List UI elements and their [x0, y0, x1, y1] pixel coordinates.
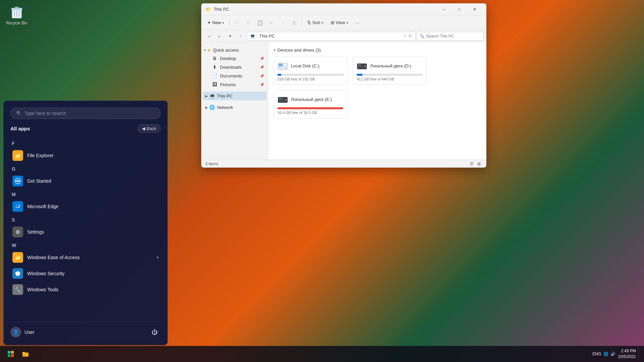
svg-rect-25: [8, 351, 10, 354]
app-file-explorer[interactable]: 📁 File Explorer: [10, 147, 161, 164]
rename-button[interactable]: ✏: [266, 17, 277, 28]
quick-access-section: ▾ ★ Quick access 🖥 Desktop 📌 ⬇ Downloads…: [201, 45, 268, 90]
delete-button[interactable]: 🗑: [289, 17, 300, 28]
start-bottom-bar: 👤 User ⏻: [10, 322, 161, 338]
system-tray: ENG 🌐 🔊: [593, 352, 615, 356]
sidebar: ▾ ★ Quick access 🖥 Desktop 📌 ⬇ Downloads…: [201, 42, 268, 160]
sidebar-item-documents[interactable]: 📄 Documents 📌: [203, 71, 267, 80]
close-button[interactable]: ✕: [467, 3, 482, 15]
section-s: S: [10, 215, 161, 224]
start-menu: 🔍 All apps ◀ Back F 📁 File Explorer G: [3, 101, 168, 345]
taskbar-time: 2:49 PM 10/5/2021: [618, 348, 636, 360]
new-chevron-icon: ▾: [222, 21, 224, 24]
section-f: F: [10, 138, 161, 147]
recent-button[interactable]: ▾: [225, 32, 235, 41]
app-settings[interactable]: ⚙ Settings: [10, 224, 161, 240]
documents-sidebar-icon: 📄: [212, 73, 217, 78]
all-apps-title: All apps: [10, 126, 30, 131]
sidebar-item-downloads[interactable]: ⬇ Downloads 📌: [203, 63, 267, 71]
drive-e-bar-fill: [277, 107, 343, 109]
edge-app-icon: [12, 201, 23, 212]
search-input[interactable]: [426, 34, 481, 39]
sort-button[interactable]: ⇅ Sort ▾: [304, 18, 327, 27]
all-apps-header: All apps ◀ Back: [10, 124, 161, 133]
back-button[interactable]: ◀: [204, 32, 213, 41]
search-glass-icon: 🔍: [420, 34, 425, 39]
volume-tray-icon: 🔊: [610, 352, 615, 356]
svg-point-13: [365, 66, 366, 67]
svg-rect-26: [11, 351, 14, 354]
list-view-button[interactable]: ☰: [468, 161, 475, 167]
grid-view-button[interactable]: ⊞: [476, 161, 482, 167]
svg-rect-20: [279, 100, 285, 100]
paste-button[interactable]: 📋: [255, 17, 265, 28]
file-explorer-app-icon: 📁: [12, 150, 23, 161]
maximize-button[interactable]: □: [451, 3, 467, 15]
drive-d[interactable]: Локальный диск (D:) 411 GB free of 449 G…: [353, 57, 427, 85]
window-controls: ─ □ ✕: [436, 3, 482, 15]
quick-access-header[interactable]: ▾ ★ Quick access: [201, 46, 268, 54]
this-pc-section: ▶ 💻 This PC: [201, 90, 268, 102]
more-button[interactable]: ···: [352, 17, 363, 28]
devices-chevron-icon[interactable]: ▾: [274, 48, 275, 52]
drive-c-bar-bg: [277, 74, 344, 76]
section-m: M: [10, 189, 161, 198]
sidebar-item-network[interactable]: ▶ 🌐 Network: [203, 103, 267, 112]
power-button[interactable]: ⏻: [149, 326, 161, 338]
app-windows-security[interactable]: Windows Security: [10, 265, 161, 282]
drive-c-info: Local Disk (C:): [291, 63, 319, 68]
pc-icon: 💻: [250, 34, 255, 39]
up-button[interactable]: ↑: [236, 32, 246, 41]
svg-rect-21: [279, 101, 283, 101]
share-button[interactable]: ↑: [277, 17, 288, 28]
new-icon: ✦: [207, 20, 211, 25]
sidebar-item-this-pc[interactable]: ▶ 💻 This PC: [203, 92, 267, 100]
svg-rect-14: [358, 66, 364, 66]
explorer-body: ▾ ★ Quick access 🖥 Desktop 📌 ⬇ Downloads…: [201, 42, 486, 160]
network-chevron-icon: ▶: [205, 106, 208, 109]
title-bar: 📁 This PC ─ □ ✕: [201, 3, 486, 15]
search-box[interactable]: 🔍: [417, 32, 484, 41]
network-icon: 🌐: [209, 105, 215, 110]
cut-button[interactable]: ✂: [232, 17, 243, 28]
svg-point-8: [285, 67, 286, 68]
user-info[interactable]: 👤 User: [10, 327, 35, 338]
drive-e[interactable]: Локальный диск (E:) 16.4 GB free of 16.5…: [274, 90, 347, 118]
file-explorer-taskbar-button[interactable]: [19, 347, 32, 361]
toolbar: ✦ New ▾ ✂ ⎘ 📋 ✏ ↑ 🗑 ⇅ Sort ▾ ⊞ View ▾ ··…: [201, 15, 486, 30]
forward-button[interactable]: ▶: [215, 32, 224, 41]
drive-d-info: Локальный диск (D:): [370, 63, 411, 68]
app-microsoft-edge[interactable]: Microsoft Edge: [10, 198, 161, 215]
folder-taskbar-icon: [22, 351, 29, 357]
network-section: ▶ 🌐 Network: [201, 102, 268, 113]
file-explorer-window: 📁 This PC ─ □ ✕ ✦ New ▾ ✂ ⎘ 📋 ✏ ↑ 🗑 ⇅ So…: [201, 3, 486, 168]
back-button[interactable]: ◀ Back: [138, 124, 161, 133]
drive-c[interactable]: Local Disk (C:) 218 GB free of 232 GB: [274, 57, 347, 85]
start-search-icon: 🔍: [16, 111, 22, 116]
ease-app-icon: 📁: [12, 252, 23, 263]
copy-button[interactable]: ⎘: [243, 17, 254, 28]
start-search-input[interactable]: [24, 111, 155, 116]
drive-d-header: Локальный диск (D:): [357, 60, 423, 71]
recycle-bin-icon[interactable]: Recycle Bin: [3, 3, 30, 25]
app-windows-tools[interactable]: 🔧 Windows Tools: [10, 282, 161, 298]
this-pc-chevron-icon: ▶: [205, 94, 208, 98]
svg-rect-22: [279, 98, 282, 99]
new-button[interactable]: ✦ New ▾: [204, 18, 227, 27]
network-tray-icon: 🌐: [603, 352, 608, 356]
desktop-sidebar-icon: 🖥: [212, 56, 217, 61]
app-windows-ease[interactable]: 📁 Windows Ease of Access ▾: [10, 249, 161, 265]
address-path[interactable]: 💻 › This PC ▾ ↻: [247, 32, 415, 41]
view-button[interactable]: ⊞ View ▾: [327, 18, 352, 27]
drive-d-icon: [357, 60, 367, 71]
show-desktop-button[interactable]: [639, 348, 640, 360]
app-get-started[interactable]: Get Started: [10, 173, 161, 189]
refresh-icon[interactable]: ↻: [409, 34, 412, 39]
expand-icon: ▾: [157, 255, 159, 260]
start-search-bar[interactable]: 🔍: [10, 108, 161, 119]
sidebar-item-pictures[interactable]: 🖼 Pictures 📌: [203, 80, 267, 89]
sidebar-item-desktop[interactable]: 🖥 Desktop 📌: [203, 54, 267, 63]
start-button[interactable]: [4, 347, 17, 361]
minimize-button[interactable]: ─: [436, 3, 451, 15]
view-chevron-icon: ▾: [346, 21, 348, 24]
